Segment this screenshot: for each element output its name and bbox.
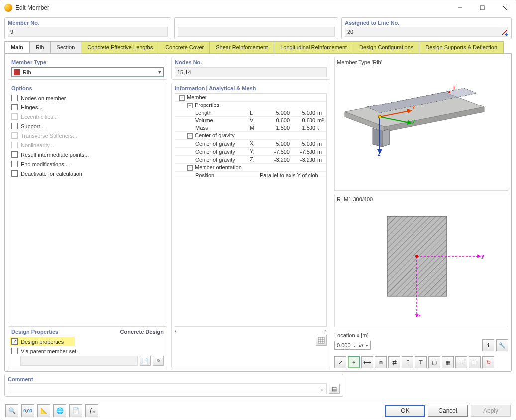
- description-input[interactable]: [178, 27, 335, 37]
- view-cond-button[interactable]: ≣: [455, 356, 467, 368]
- options-group: Options Nodes on memberHinges...Eccentri…: [8, 83, 167, 323]
- axis-y-label: y: [412, 118, 415, 124]
- options-title: Options: [11, 85, 164, 91]
- member-no-panel: Member No. 9: [4, 17, 171, 39]
- option-label: Result intermediate points...: [21, 152, 89, 158]
- nodes-input[interactable]: 15,14: [175, 67, 327, 77]
- view-axes-button[interactable]: ⌖: [348, 356, 360, 368]
- checkbox[interactable]: [11, 348, 18, 354]
- grid-toggle-button[interactable]: [316, 335, 327, 346]
- play-icon[interactable]: ▸: [366, 343, 368, 348]
- chevron-down-icon: ⌄: [320, 386, 324, 392]
- design-properties-group: Design Properties Concrete Design Design…: [8, 326, 167, 368]
- checkbox[interactable]: [11, 170, 18, 177]
- cancel-button[interactable]: Cancel: [428, 405, 468, 417]
- new-set-button[interactable]: 📄: [140, 356, 151, 366]
- checkbox[interactable]: [11, 95, 18, 101]
- location-spinner[interactable]: 0.000 ⌄ ▴▾ ▸: [334, 341, 371, 350]
- section-detail-button[interactable]: 🔧: [496, 339, 508, 351]
- checkbox[interactable]: [11, 104, 18, 110]
- edit-set-button[interactable]: ✎: [153, 356, 164, 366]
- stepper-icon: ▴▾: [359, 343, 364, 348]
- tab-design-configurations[interactable]: Design Configurations: [353, 41, 419, 53]
- formula-button[interactable]: ƒₓ: [85, 404, 98, 417]
- help-button[interactable]: 🔍: [5, 404, 18, 417]
- comment-panel: Comment ⌄ ▤: [4, 374, 343, 397]
- scroll-right-icon[interactable]: ›: [325, 328, 327, 334]
- option-label: Hinges...: [21, 105, 42, 110]
- checkbox: [11, 113, 18, 120]
- member-type-dropdown[interactable]: Rib ▾: [11, 67, 164, 77]
- apply-button: Apply: [471, 405, 511, 417]
- global-button[interactable]: 🌐: [53, 404, 66, 417]
- sect-z-label: z: [418, 313, 421, 318]
- preview-toolbar: ⤢ ⌖ ⟷ ⧈ ⇄ Ɪ ⊤ ▢ ▦ ≣ ═ ↻: [334, 356, 508, 368]
- option-label: Eccentricities...: [21, 114, 58, 120]
- view-grid-button[interactable]: ▦: [442, 356, 454, 368]
- nodes-title: Nodes No.: [175, 59, 327, 65]
- view-eq-button[interactable]: ═: [469, 356, 481, 368]
- chevron-down-icon: ⌄: [353, 343, 357, 348]
- location-label: Location x [m]: [334, 332, 508, 338]
- content: Member No. 9 Assigned to Line No. 20 Mai…: [0, 15, 516, 401]
- tab-shear-reinforcement[interactable]: Shear Reinforcement: [209, 41, 274, 53]
- view-tbeam-button[interactable]: ⊤: [415, 356, 427, 368]
- option-label: Support...: [21, 123, 45, 129]
- ok-button[interactable]: OK: [385, 405, 425, 417]
- svg-point-27: [415, 255, 418, 258]
- view-swap-button[interactable]: ⇄: [388, 356, 400, 368]
- nodes-group: Nodes No. 15,14: [171, 57, 330, 80]
- tab-rib[interactable]: Rib: [29, 41, 51, 53]
- scroll-left-icon[interactable]: ‹: [175, 328, 177, 334]
- view-ibeam-button[interactable]: Ɪ: [402, 356, 413, 368]
- tab-main-body: Member Type Rib ▾ Options Nodes on membe…: [4, 53, 512, 372]
- app-icon: [4, 4, 12, 12]
- view-dims-button[interactable]: ⟷: [361, 356, 373, 368]
- member-set-input[interactable]: [20, 356, 138, 366]
- checkbox: [11, 132, 18, 139]
- cs-button[interactable]: 📐: [37, 404, 50, 417]
- section-preview[interactable]: R_M1 300/400: [334, 194, 508, 327]
- checkbox[interactable]: [11, 338, 18, 345]
- comment-label: Comment: [8, 376, 340, 382]
- close-button[interactable]: [493, 1, 516, 15]
- checkbox[interactable]: [11, 161, 18, 167]
- option-label: Transverse Stiffeners...: [21, 133, 77, 139]
- comment-input[interactable]: ⌄: [8, 383, 327, 394]
- titlebar: Edit Member: [0, 0, 516, 15]
- tab-concrete-effective-lengths[interactable]: Concrete Effective Lengths: [81, 41, 159, 53]
- delete-doc-button[interactable]: 📄: [69, 404, 82, 417]
- tab-longitudinal-reinforcement[interactable]: Longitudinal Reinforcement: [274, 41, 353, 53]
- sect-y-label: y: [481, 253, 484, 259]
- units-button[interactable]: 0,00: [21, 404, 34, 417]
- view-int-button[interactable]: ⧈: [375, 356, 387, 368]
- concrete-design-link[interactable]: Concrete Design: [120, 329, 164, 335]
- section-info-button[interactable]: ℹ: [482, 339, 494, 351]
- tab-main[interactable]: Main: [4, 41, 30, 53]
- view-outline-button[interactable]: ▢: [428, 356, 440, 368]
- options-list: Nodes on memberHinges...Eccentricities..…: [11, 93, 164, 178]
- svg-point-21: [448, 91, 450, 93]
- view-reset-button[interactable]: ⤢: [334, 356, 346, 368]
- tab-concrete-cover[interactable]: Concrete Cover: [159, 41, 210, 53]
- tab-design-supports-deflection[interactable]: Design Supports & Deflection: [419, 41, 504, 53]
- checkbox[interactable]: [11, 151, 18, 158]
- checkbox: [11, 142, 18, 148]
- assigned-input[interactable]: 20: [345, 27, 508, 37]
- option-label: Deactivate for calculation: [21, 171, 82, 177]
- svg-marker-15: [373, 128, 382, 147]
- maximize-button[interactable]: [471, 1, 493, 15]
- assigned-label: Assigned to Line No.: [345, 20, 508, 26]
- design-properties-title: Design Properties: [11, 329, 58, 335]
- info-tree[interactable]: −Member−PropertiesLengthL5.0005.000mVolu…: [175, 93, 327, 327]
- member-type-value: Rib: [23, 69, 158, 75]
- member-3d-preview[interactable]: Member Type 'Rib': [334, 57, 508, 191]
- view-refresh-button[interactable]: ↻: [482, 356, 494, 368]
- comment-library-button[interactable]: ▤: [329, 384, 340, 394]
- tab-section[interactable]: Section: [50, 41, 82, 53]
- pick-line-icon[interactable]: [500, 28, 509, 37]
- checkbox[interactable]: [11, 123, 18, 129]
- member-no-input[interactable]: 9: [8, 27, 168, 37]
- minimize-button[interactable]: [448, 1, 471, 15]
- member-type-group: Member Type Rib ▾: [8, 57, 167, 80]
